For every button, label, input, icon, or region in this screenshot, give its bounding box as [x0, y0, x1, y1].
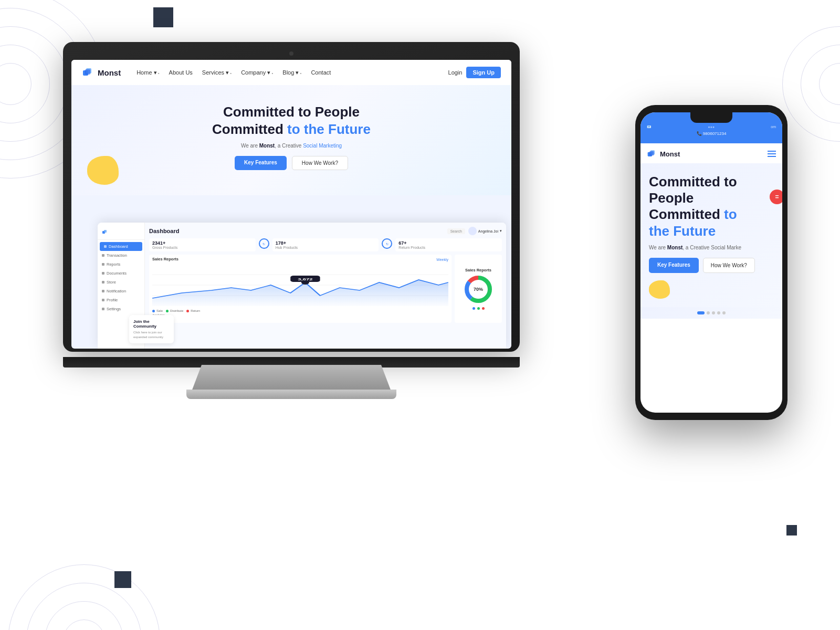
svg-rect-2 — [85, 69, 90, 75]
legend-return: Return — [186, 309, 200, 312]
phone-key-features-btn[interactable]: Key Features — [649, 258, 699, 273]
laptop-device: Monst Home ▾ About Us Services ▾ Company… — [63, 42, 520, 399]
dot-4[interactable] — [717, 311, 720, 314]
phone-number: 📞 9806071234 — [647, 131, 776, 136]
ring-2 — [0, 45, 50, 123]
key-features-button[interactable]: Key Features — [235, 156, 287, 170]
stat-return: 67+ Return Products — [395, 238, 502, 251]
phone-hero-buttons: Key Features How We Work? — [649, 258, 774, 273]
dashboard-header: Dashboard Search Angelina Joi ▾ — [149, 227, 502, 235]
phone-hero-title: Committed to People Committed to the Fut… — [649, 174, 774, 239]
nav-home[interactable]: Home ▾ — [136, 69, 159, 76]
analytics-label: Analytics — [152, 313, 448, 317]
pie-legend-ret — [482, 307, 485, 310]
hamburger-menu[interactable] — [768, 151, 776, 157]
nav-blog[interactable]: Blog ▾ — [282, 69, 301, 76]
phone-info-bar: 📧 ●●● om — [647, 125, 776, 129]
dot-5[interactable] — [722, 311, 726, 314]
dashboard-bottom: Sales Reports Weekly — [149, 255, 502, 323]
phone-hero: = Committed to People Committed to the F… — [640, 163, 782, 307]
dashboard-search[interactable]: Search — [447, 228, 465, 234]
phone-logo-icon — [647, 149, 657, 159]
ring-r-1 — [819, 63, 840, 105]
yellow-blob-decoration — [87, 156, 119, 185]
svg-rect-17 — [649, 151, 654, 155]
donut-value: 70% — [474, 287, 483, 292]
svg-text:3,672: 3,672 — [298, 278, 312, 281]
laptop-body: Monst Home ▾ About Us Services ▾ Company… — [63, 42, 520, 352]
dot-1[interactable] — [697, 311, 705, 314]
nav-services[interactable]: Services ▾ — [202, 69, 232, 76]
pie-legend-sale — [472, 307, 475, 310]
dash-nav-dashboard[interactable]: Dashboard — [100, 242, 142, 251]
nav-company[interactable]: Company ▾ — [241, 69, 273, 76]
phone-carousel-dots — [640, 307, 782, 319]
hero-subtitle: We are Monst, a Creative Social Marketin… — [87, 143, 496, 149]
ring-1 — [0, 63, 32, 105]
stat-circle-2: ↻ — [382, 238, 392, 249]
dash-logo-icon — [102, 229, 108, 235]
ring-bl-3 — [26, 583, 142, 630]
phone-logo: Monst — [647, 149, 680, 159]
phone-body: 📧 ●●● om 📞 9806071234 Monst — [635, 105, 788, 420]
phone-hero-subtitle: We are Monst, a Creative Social Marke — [649, 245, 774, 250]
nav-links: Home ▾ About Us Services ▾ Company ▾ Blo… — [136, 69, 448, 76]
dot-2[interactable] — [707, 311, 710, 314]
join-community-card: Join the Community Click here to join ou… — [129, 315, 174, 343]
donut-chart: 70% — [463, 274, 494, 305]
dot-3[interactable] — [712, 311, 715, 314]
nav-contact[interactable]: Contact — [311, 69, 331, 76]
signup-button[interactable]: Sign Up — [466, 67, 501, 78]
dashboard-stats: 2341+ Gross Products ↻ 178+ Hub Products… — [149, 238, 502, 251]
phone-fab-button[interactable]: = — [770, 190, 782, 204]
phone-notch — [690, 112, 732, 123]
monst-logo-icon — [82, 66, 94, 79]
phone-screen: 📧 ●●● om 📞 9806071234 Monst — [640, 112, 782, 413]
chart-legend: Sale Distribute Return — [152, 309, 448, 312]
ring-r-2 — [801, 45, 840, 123]
hero-title: Committed to People Committed to the Fut… — [87, 103, 496, 138]
dash-nav-settings[interactable]: Settings — [98, 304, 144, 313]
pie-legend — [472, 307, 485, 310]
sales-reports-pie: Sales Reports — [455, 255, 502, 323]
ring-bl-4 — [8, 564, 160, 630]
dash-nav-store[interactable]: Store — [98, 278, 144, 287]
hero-buttons: Key Features How We Work? — [87, 156, 496, 170]
dash-nav-documents[interactable]: Documents — [98, 269, 144, 278]
dashboard-user: Angelina Joi ▾ — [468, 227, 502, 235]
phone-navigation: Monst — [640, 143, 782, 163]
laptop-camera-area — [71, 48, 511, 58]
pie-legend-dist — [477, 307, 480, 310]
svg-rect-4 — [104, 230, 107, 233]
site-logo: Monst — [82, 66, 121, 79]
legend-distribute: Distribute — [166, 309, 183, 312]
ring-bl-1 — [63, 620, 105, 630]
ring-bl-2 — [45, 601, 123, 630]
ring-r-3 — [782, 26, 840, 142]
stat-hub: 178+ Hub Products — [272, 238, 379, 251]
laptop-base — [186, 390, 396, 399]
laptop-screen: Monst Home ▾ About Us Services ▾ Company… — [71, 60, 511, 349]
dash-nav-reports[interactable]: Reports — [98, 260, 144, 269]
laptop-camera — [289, 51, 293, 56]
sales-chart: Sales Reports Weekly — [149, 255, 452, 323]
stat-gross: 2341+ Gross Products — [149, 238, 256, 251]
dash-nav-profile[interactable]: Profile — [98, 296, 144, 304]
phone-device: 📧 ●●● om 📞 9806071234 Monst — [635, 105, 788, 420]
hero-section: Committed to People Committed to the Fut… — [71, 85, 511, 195]
nav-about[interactable]: About Us — [169, 69, 193, 76]
dashboard-main: Dashboard Search Angelina Joi ▾ — [145, 223, 506, 349]
dashboard-title: Dashboard — [149, 228, 179, 234]
avatar-image — [468, 227, 477, 235]
phone-yellow-blob — [649, 280, 670, 299]
site-navigation: Monst Home ▾ About Us Services ▾ Company… — [71, 60, 511, 85]
stat-circle-1: ↻ — [259, 238, 269, 249]
phone-how-we-work-btn[interactable]: How We Work? — [703, 258, 755, 273]
how-we-work-button[interactable]: How We Work? — [292, 156, 348, 170]
decorative-square-3 — [114, 571, 131, 588]
laptop-stand — [192, 365, 391, 391]
login-button[interactable]: Login — [448, 69, 463, 76]
dash-nav-transaction[interactable]: Transaction — [98, 251, 144, 260]
legend-sale: Sale — [152, 309, 163, 312]
dash-nav-notification[interactable]: Notification — [98, 287, 144, 296]
